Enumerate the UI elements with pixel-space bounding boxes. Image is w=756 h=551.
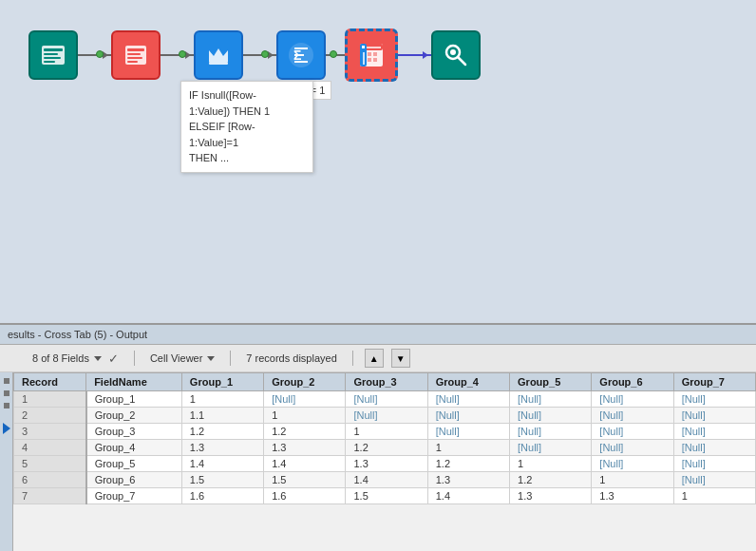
table-cell: [Null] — [673, 440, 755, 456]
node-formula[interactable]: Σ — [276, 30, 326, 80]
node-browse[interactable] — [431, 30, 481, 80]
table-cell: 1 — [181, 391, 263, 408]
fields-selector[interactable]: 8 of 8 Fields ✓ — [28, 350, 123, 368]
canvas-area: Σ — [0, 0, 756, 323]
table-cell: [Null] — [346, 391, 427, 408]
panel-title: esults - Cross Tab (5) - Output — [8, 329, 147, 340]
col-header-group7: Group_7 — [673, 373, 755, 391]
svg-rect-10 — [209, 62, 228, 65]
col-header-record: Record — [14, 373, 86, 391]
node-crosstab[interactable] — [345, 28, 398, 82]
table-row[interactable]: 2Group_21.11[Null][Null][Null][Null][Nul… — [14, 408, 756, 424]
col-header-group3: Group_3 — [346, 373, 427, 391]
svg-rect-2 — [44, 53, 58, 55]
table-cell: 1.4 — [264, 456, 346, 472]
svg-rect-3 — [44, 57, 61, 59]
svg-rect-8 — [127, 57, 142, 59]
table-cell: Group_5 — [86, 456, 182, 472]
table-cell: 1.3 — [181, 440, 263, 456]
table-cell: [Null] — [264, 391, 346, 408]
table-cell: Group_6 — [86, 472, 182, 488]
svg-rect-4 — [44, 61, 55, 63]
table-cell: 1.4 — [346, 472, 427, 488]
table-cell: 6 — [14, 472, 86, 488]
node-sort[interactable] — [194, 30, 243, 80]
table-row[interactable]: 7Group_71.61.61.51.41.31.31 — [14, 488, 756, 504]
table-cell: Group_2 — [86, 408, 182, 424]
table-cell: 5 — [14, 456, 86, 472]
table-cell: [Null] — [673, 456, 755, 472]
table-cell: [Null] — [592, 440, 673, 456]
table-cell: [Null] — [592, 408, 673, 424]
col-header-group1: Group_1 — [181, 373, 263, 391]
table-row[interactable]: 3Group_31.21.21[Null][Null][Null][Null] — [14, 424, 756, 440]
svg-rect-16 — [362, 46, 365, 48]
table-row[interactable]: 5Group_51.41.41.31.21[Null][Null] — [14, 456, 756, 472]
panel-title-bar: esults - Cross Tab (5) - Output — [0, 325, 756, 345]
indicator-dot-2 — [4, 390, 9, 396]
table-cell: 1.5 — [346, 488, 427, 504]
table-cell: [Null] — [510, 408, 592, 424]
row-arrow-icon — [3, 423, 10, 434]
toolbar-separator-2 — [230, 351, 231, 366]
table-row[interactable]: 4Group_41.31.31.21[Null][Null][Null] — [14, 440, 756, 456]
svg-rect-19 — [368, 52, 371, 56]
table-cell: 1.2 — [181, 424, 263, 440]
table-cell: [Null] — [673, 408, 755, 424]
cell-viewer-chevron-icon — [207, 356, 215, 361]
table-wrapper: Record FieldName Group_1 Group_2 Group_3… — [13, 372, 756, 551]
table-cell: Group_1 — [86, 391, 182, 408]
cell-viewer-label: Cell Viewer — [150, 352, 202, 364]
left-indicator — [0, 372, 13, 551]
table-cell: 1.5 — [181, 472, 263, 488]
table-cell: 1.2 — [510, 472, 592, 488]
table-cell: [Null] — [592, 391, 673, 408]
svg-rect-7 — [127, 53, 141, 55]
table-cell: 4 — [14, 440, 86, 456]
table-cell: 1.3 — [346, 456, 427, 472]
node-select[interactable] — [111, 30, 161, 80]
svg-rect-21 — [368, 58, 371, 62]
col-header-group5: Group_5 — [510, 373, 592, 391]
table-cell: [Null] — [346, 408, 427, 424]
table-cell: 1 — [346, 424, 427, 440]
table-section: Record FieldName Group_1 Group_2 Group_3… — [0, 372, 756, 551]
scroll-down-button[interactable]: ▼ — [391, 349, 410, 368]
records-count: 7 records displayed — [242, 351, 340, 366]
svg-rect-1 — [44, 48, 63, 51]
panel-toolbar: 8 of 8 Fields ✓ Cell Viewer 7 records di… — [0, 345, 756, 372]
table-cell: 3 — [14, 424, 86, 440]
svg-line-25 — [458, 57, 465, 65]
scroll-up-button[interactable]: ▲ — [365, 349, 384, 368]
table-row[interactable]: 6Group_61.51.51.41.31.21[Null] — [14, 472, 756, 488]
table-cell: 1 — [673, 488, 755, 504]
table-cell: [Null] — [592, 456, 673, 472]
svg-rect-6 — [127, 48, 144, 51]
checkmark-icon: ✓ — [108, 352, 119, 366]
table-cell: 1.3 — [592, 488, 673, 504]
table-cell: 2 — [14, 408, 86, 424]
fields-chevron-icon — [94, 356, 102, 361]
indicator-dot-1 — [4, 378, 9, 384]
table-cell: 1.3 — [427, 472, 509, 488]
col-header-fieldname: FieldName — [86, 373, 182, 391]
table-cell: [Null] — [673, 472, 755, 488]
table-cell: 1.4 — [427, 488, 509, 504]
toolbar-separator-1 — [134, 351, 135, 366]
table-cell: 1.2 — [264, 424, 346, 440]
table-cell: 1.3 — [510, 488, 592, 504]
table-cell: 1.4 — [181, 456, 263, 472]
table-cell: [Null] — [673, 391, 755, 408]
table-cell: 1 — [14, 391, 86, 408]
table-row[interactable]: 1Group_11[Null][Null][Null][Null][Null][… — [14, 391, 756, 408]
table-cell: 1.6 — [264, 488, 346, 504]
svg-rect-22 — [373, 58, 377, 62]
table-cell: [Null] — [510, 424, 592, 440]
data-table: Record FieldName Group_1 Group_2 Group_3… — [13, 372, 756, 504]
svg-point-24 — [450, 49, 456, 55]
table-cell: 1.5 — [264, 472, 346, 488]
table-cell: Group_7 — [86, 488, 182, 504]
node-input[interactable] — [28, 30, 78, 80]
table-cell: 1 — [264, 408, 346, 424]
cell-viewer-selector[interactable]: Cell Viewer — [146, 351, 218, 366]
